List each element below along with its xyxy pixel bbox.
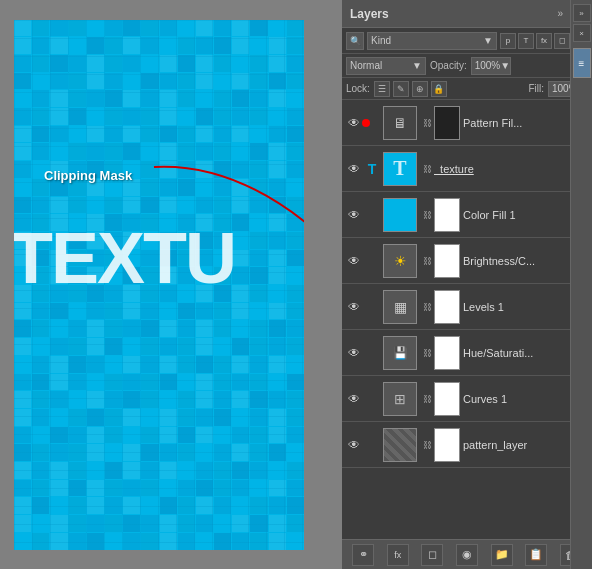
clipping-mask-arrow (124, 152, 304, 272)
opacity-input[interactable]: 100% ▼ (471, 57, 511, 75)
blend-mode-value: Normal (350, 60, 382, 71)
layer-name-1: _texture (434, 163, 580, 175)
canvas-area: TEXTU Clipping Mask (0, 0, 318, 569)
filter-text-icon[interactable]: T (518, 33, 534, 49)
filter-pixel-icon[interactable]: p (500, 33, 516, 49)
search-icon: 🔍 (346, 32, 364, 50)
layer-item-3[interactable]: 👁☀⛓Brightness/C... (342, 238, 592, 284)
layer-link-7[interactable]: ⛓ (420, 440, 434, 450)
layer-type-icon-4 (364, 299, 380, 315)
layer-type-icon-6 (364, 391, 380, 407)
layer-item-1[interactable]: 👁TT⛓_texturefx (342, 146, 592, 192)
canvas-content: TEXTU Clipping Mask (14, 20, 304, 550)
lock-pixels-btn[interactable]: ✎ (393, 81, 409, 97)
layer-link-2[interactable]: ⛓ (420, 210, 434, 220)
layer-mask-thumb-4 (434, 290, 460, 324)
layers-list[interactable]: 👁🖥⛓Pattern Fil...👁TT⛓_texturefx👁⛓Color F… (342, 100, 592, 539)
mini-panel-btn-2[interactable]: × (573, 24, 591, 42)
layer-item-0[interactable]: 👁🖥⛓Pattern Fil... (342, 100, 592, 146)
kind-label: Kind (371, 35, 391, 46)
layer-visibility-4[interactable]: 👁 (344, 284, 364, 329)
layers-tab-icon[interactable]: ≡ (573, 48, 591, 78)
layer-thumb-1: T (383, 152, 417, 186)
filter-fx-icon[interactable]: fx (536, 33, 552, 49)
layer-type-icon-2 (364, 207, 380, 223)
lock-all-btn[interactable]: 🔒 (431, 81, 447, 97)
layer-visibility-3[interactable]: 👁 (344, 238, 364, 283)
layer-item-4[interactable]: 👁▦⛓Levels 1 (342, 284, 592, 330)
right-mini-panel: » × ≡ (570, 0, 592, 569)
layer-item-6[interactable]: 👁⊞⛓Curves 1 (342, 376, 592, 422)
new-fill-btn[interactable]: ◉ (456, 544, 478, 566)
link-layers-btn[interactable]: ⚭ (352, 544, 374, 566)
layer-link-5[interactable]: ⛓ (420, 348, 434, 358)
search-bar: 🔍 Kind ▼ p T fx ◻ ⊕ (342, 28, 592, 54)
blend-opacity-row: Normal ▼ Opacity: 100% ▼ (342, 54, 592, 78)
mini-panel-btn-1[interactable]: » (573, 4, 591, 22)
layer-thumb-2 (383, 198, 417, 232)
panel-expand-icon[interactable]: » (554, 7, 566, 20)
add-mask-btn[interactable]: ◻ (421, 544, 443, 566)
clipping-mask-label: Clipping Mask (44, 168, 132, 183)
layer-mask-thumb-3 (434, 244, 460, 278)
filter-shape-icon[interactable]: ◻ (554, 33, 570, 49)
opacity-label: Opacity: (430, 60, 467, 71)
layers-panel: Layers » ✕ 🔍 Kind ▼ p T fx ◻ ⊕ N (342, 0, 592, 569)
layer-visibility-6[interactable]: 👁 (344, 376, 364, 421)
layer-visibility-1[interactable]: 👁 (344, 146, 364, 191)
panel-header: Layers » ✕ (342, 0, 592, 28)
layer-mask-thumb-2 (434, 198, 460, 232)
layer-thumb-5: 💾 (383, 336, 417, 370)
kind-dropdown[interactable]: Kind ▼ (367, 32, 497, 50)
layer-visibility-7[interactable]: 👁 (344, 422, 364, 467)
layer-item-5[interactable]: 👁💾⛓Hue/Saturati... (342, 330, 592, 376)
new-layer-btn[interactable]: 📋 (525, 544, 547, 566)
layer-link-3[interactable]: ⛓ (420, 256, 434, 266)
active-layer-indicator (362, 119, 370, 127)
blend-dropdown-arrow: ▼ (412, 60, 422, 71)
layer-visibility-0[interactable]: 👁 (344, 100, 364, 145)
layer-item-2[interactable]: 👁⛓Color Fill 1 (342, 192, 592, 238)
layer-thumb-7 (383, 428, 417, 462)
dropdown-arrow: ▼ (483, 35, 493, 46)
layer-item-7[interactable]: 👁⛓pattern_layer (342, 422, 592, 468)
lock-icons: ☰ ✎ ⊕ 🔒 (374, 81, 447, 97)
opacity-arrow: ▼ (500, 60, 510, 71)
lock-transparent-btn[interactable]: ☰ (374, 81, 390, 97)
layer-link-1[interactable]: ⛓ (420, 164, 434, 174)
layers-panel-inner: Layers » ✕ 🔍 Kind ▼ p T fx ◻ ⊕ N (342, 0, 592, 569)
layer-link-0[interactable]: ⛓ (420, 118, 434, 128)
layer-visibility-5[interactable]: 👁 (344, 330, 364, 375)
layer-type-icon-5 (364, 345, 380, 361)
layer-link-4[interactable]: ⛓ (420, 302, 434, 312)
layer-type-icon-3 (364, 253, 380, 269)
opacity-value: 100% (475, 60, 501, 71)
add-style-btn[interactable]: fx (387, 544, 409, 566)
layer-type-icon-1: T (364, 161, 380, 177)
layers-toolbar: ⚭ fx ◻ ◉ 📁 📋 🗑 (342, 539, 592, 569)
lock-position-btn[interactable]: ⊕ (412, 81, 428, 97)
layer-mask-thumb-7 (434, 428, 460, 462)
layer-type-icon-7 (364, 437, 380, 453)
layer-mask-thumb-6 (434, 382, 460, 416)
layer-thumb-6: ⊞ (383, 382, 417, 416)
fill-label: Fill: (528, 83, 544, 94)
layer-link-6[interactable]: ⛓ (420, 394, 434, 404)
panel-title: Layers (350, 7, 389, 21)
lock-label: Lock: (346, 83, 370, 94)
layer-visibility-2[interactable]: 👁 (344, 192, 364, 237)
layer-mask-thumb-5 (434, 336, 460, 370)
lock-row: Lock: ☰ ✎ ⊕ 🔒 Fill: 100% ▼ (342, 78, 592, 100)
layer-thumb-0: 🖥 (383, 106, 417, 140)
new-group-btn[interactable]: 📁 (491, 544, 513, 566)
layer-thumb-3: ☀ (383, 244, 417, 278)
blend-mode-dropdown[interactable]: Normal ▼ (346, 57, 426, 75)
layer-mask-thumb-0 (434, 106, 460, 140)
layer-thumb-4: ▦ (383, 290, 417, 324)
